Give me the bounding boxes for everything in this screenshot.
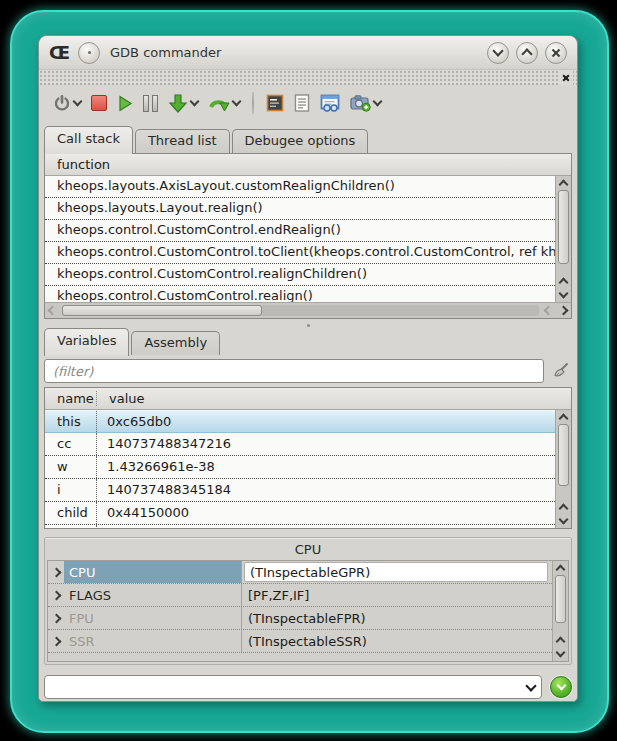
expand-chevron-icon[interactable] [48,615,64,622]
watches-button[interactable] [316,89,344,117]
scroll-up-button[interactable] [553,561,568,575]
cpu-vertical-scrollbar[interactable] [552,561,568,661]
disassembly-button[interactable] [262,89,288,117]
call-stack-header: function [45,154,571,176]
disassembly-chip-icon [266,94,284,112]
chevron-left-icon [544,306,554,316]
scroll-up-button[interactable] [556,500,571,514]
variable-row[interactable]: child0x44150000 [45,502,555,525]
cpu-panel: CPU CPU (TInspectableGPR) FLAGS [PF,ZF,I… [44,537,572,665]
variable-row[interactable]: w1.43266961e-38 [45,456,555,479]
run-button[interactable] [49,89,85,117]
tab-call-stack[interactable]: Call stack [44,126,133,154]
stop-button[interactable] [87,89,111,117]
expand-chevron-icon[interactable] [48,592,64,599]
scrollbar-thumb[interactable] [558,190,569,264]
tab-debugee-options[interactable]: Debugee options [232,129,369,153]
variable-row[interactable]: cc140737488347216 [45,433,555,456]
scroll-right-button[interactable] [556,304,571,318]
call-stack-horizontal-scrollbar[interactable] [45,302,571,318]
scroll-up-button[interactable] [556,274,571,288]
chevron-down-icon [492,45,503,56]
step-into-button[interactable] [164,89,202,117]
call-stack-vertical-scrollbar[interactable] [555,176,571,302]
snapshot-button[interactable] [346,89,385,117]
continue-button[interactable] [113,89,137,117]
chevron-up-icon [521,48,532,59]
chevron-up-icon [556,637,566,647]
pin-icon [88,51,91,54]
watch-window-icon [320,94,340,112]
clear-filter-button[interactable] [550,360,572,382]
variables-header: name value [45,388,571,410]
panel-close-button[interactable] [559,71,573,85]
variables-tabbar: Variables Assembly [44,331,572,355]
scroll-left-button[interactable] [45,304,60,318]
dropdown-chevron-icon [73,97,83,107]
chevron-up-icon [559,504,569,514]
log-document-icon [294,94,310,112]
expand-chevron-icon[interactable] [48,638,64,645]
command-combobox[interactable] [44,675,542,699]
column-header-value[interactable]: value [97,391,157,406]
expand-chevron-icon[interactable] [48,569,64,576]
pin-button[interactable] [78,42,100,64]
variable-row[interactable]: b1.43266961e-38 [45,525,555,528]
step-over-button[interactable] [204,89,244,117]
tab-assembly[interactable]: Assembly [131,331,220,355]
cpu-register-row[interactable]: SSR (TInspectableSSR) [48,630,552,653]
pause-icon [143,95,158,112]
dropdown-chevron-icon [232,97,242,107]
scroll-down-button[interactable] [556,288,571,302]
scroll-up-button[interactable] [556,410,571,424]
call-stack-row[interactable]: kheops.control.CustomControl.realignChil… [45,264,555,286]
column-header-function[interactable]: function [45,157,122,172]
screenshot-canvas: Œ GDB commander [0,0,617,741]
variables-panel: name value this0xc65db0 cc14073748834721… [44,387,572,529]
evaluate-button[interactable] [550,676,572,698]
shade-button[interactable] [487,42,509,64]
filter-input[interactable] [44,359,544,383]
variable-row[interactable]: i140737488345184 [45,479,555,502]
view-log-button[interactable] [290,89,314,117]
play-icon [117,95,133,112]
scroll-up-button[interactable] [556,176,571,190]
call-stack-list: kheops.layouts.AxisLayout.customRealignC… [45,176,555,302]
cpu-register-row[interactable]: FPU (TInspectableFPR) [48,607,552,630]
scroll-down-button[interactable] [553,647,568,661]
pause-button[interactable] [139,89,162,117]
callstack-tabbar: Call stack Thread list Debugee options [44,129,572,153]
call-stack-row[interactable]: kheops.layouts.Layout.realign() [45,198,555,220]
titlebar[interactable]: Œ GDB commander [39,36,577,69]
chevron-up-icon [559,278,569,288]
variables-vertical-scrollbar[interactable] [555,410,571,528]
call-stack-row[interactable]: kheops.control.CustomControl.realign() [45,286,555,302]
tab-thread-list[interactable]: Thread list [135,129,230,153]
green-curved-arrow-icon [208,94,230,113]
scrollbar-thumb[interactable] [558,424,569,486]
call-stack-row[interactable]: kheops.control.CustomControl.toClient(kh… [45,242,555,264]
call-stack-row[interactable]: kheops.layouts.AxisLayout.customRealignC… [45,176,555,198]
call-stack-row[interactable]: kheops.control.CustomControl.endRealign(… [45,220,555,242]
cpu-register-row[interactable]: CPU (TInspectableGPR) [48,561,552,584]
tab-variables[interactable]: Variables [44,328,129,356]
cpu-register-list: CPU (TInspectableGPR) FLAGS [PF,ZF,IF] F… [48,561,552,661]
variable-row[interactable]: this0xc65db0 [45,410,555,433]
clear-filter-broom-icon [552,362,570,380]
maximize-button[interactable] [516,42,538,64]
cpu-register-row[interactable]: FLAGS [PF,ZF,IF] [48,584,552,607]
close-button[interactable] [545,42,567,64]
column-header-name[interactable]: name [45,391,97,406]
scroll-down-button[interactable] [556,514,571,528]
toolbar-drag-handle[interactable] [39,69,577,85]
scrollbar-track[interactable] [62,305,539,316]
command-row [44,673,572,701]
command-input[interactable] [53,679,527,696]
scrollbar-thumb[interactable] [62,305,262,316]
scroll-up-button[interactable] [553,633,568,647]
scroll-left-button[interactable] [541,304,556,318]
green-down-arrow-icon [168,94,188,113]
chevron-left-icon [48,306,58,316]
scrollbar-thumb[interactable] [555,575,566,623]
variables-list: this0xc65db0 cc140737488347216 w1.432669… [45,410,555,528]
